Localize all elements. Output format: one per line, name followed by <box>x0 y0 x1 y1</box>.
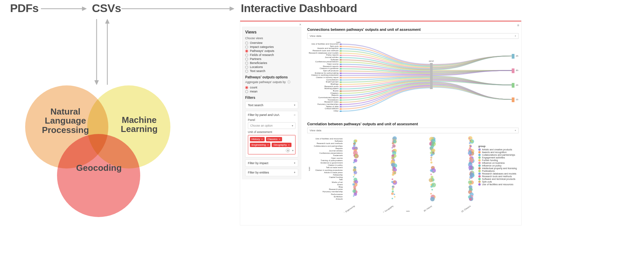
panel-select[interactable]: Choose an option ▾ <box>248 122 296 129</box>
svg-rect-48 <box>340 88 342 89</box>
svg-point-171 <box>354 155 355 156</box>
svg-point-254 <box>469 183 471 185</box>
svg-rect-22 <box>340 59 342 61</box>
svg-text:Honorary memberships: Honorary memberships <box>317 103 338 105</box>
aggregate-option[interactable]: count <box>245 86 298 89</box>
view-option[interactable]: Beneficiaries <box>245 61 298 65</box>
view-option[interactable]: Pathways' outputs <box>245 49 298 53</box>
filter-text-search[interactable]: Text search+ <box>245 101 298 109</box>
svg-point-226 <box>354 174 355 176</box>
svg-point-240 <box>469 179 470 180</box>
svg-rect-56 <box>340 97 342 98</box>
remove-icon[interactable]: × <box>288 143 290 146</box>
plus-icon: + <box>294 104 296 107</box>
svg-rect-54 <box>340 95 342 96</box>
svg-point-259 <box>430 186 432 188</box>
svg-rect-18 <box>340 55 342 56</box>
svg-text:24: Geography: 24: Geography <box>382 205 394 212</box>
uoa-tag[interactable]: Geography × <box>272 143 291 147</box>
minus-icon[interactable]: − <box>294 113 296 117</box>
svg-point-119 <box>469 138 471 139</box>
svg-point-276 <box>430 193 432 195</box>
svg-text:Reports: Reports <box>331 94 338 96</box>
scatter-legend: group Artistic and creative productsAwar… <box>478 145 519 186</box>
arrow-csv-down <box>93 18 100 85</box>
svg-point-175 <box>430 154 433 156</box>
svg-rect-70 <box>430 63 433 89</box>
legend-item: Spin-outs <box>478 181 519 183</box>
svg-text:Event: Event <box>337 184 343 186</box>
remove-icon[interactable]: × <box>279 138 280 141</box>
svg-point-246 <box>391 181 393 183</box>
svg-text:Use of facilities and resource: Use of facilities and resources <box>311 43 338 45</box>
svg-text:panel: panel <box>429 60 434 62</box>
svg-text:Books: Books <box>333 90 339 92</box>
options-title: Pathways' outputs options <box>245 75 298 79</box>
svg-rect-36 <box>340 75 342 76</box>
svg-point-235 <box>471 177 473 178</box>
view-option[interactable]: Text search <box>245 69 298 73</box>
svg-text:Honorary membership: Honorary membership <box>323 191 343 193</box>
svg-text:Evidence for policymaking: Evidence for policymaking <box>315 72 339 74</box>
remove-icon[interactable]: × <box>267 143 269 146</box>
svg-text:Critical editions: Critical editions <box>325 108 338 110</box>
filter-panel-uoa: Filter by panel and UoA − Panel Choose a… <box>245 111 298 157</box>
svg-rect-66 <box>340 108 342 110</box>
svg-point-258 <box>392 186 394 188</box>
uoa-tag[interactable]: Classics × <box>266 137 282 141</box>
view-option[interactable]: Overview <box>245 41 298 45</box>
svg-text:Research tools and methods: Research tools and methods <box>317 142 342 144</box>
view-data-dropdown[interactable]: View data+ <box>307 33 519 39</box>
svg-rect-40 <box>340 79 342 81</box>
venn-label-ml: Machine Learning <box>114 116 164 134</box>
heading-pdfs: PDFs <box>10 2 39 15</box>
filter-panel-uoa-label: Filter by panel and UoA <box>248 113 279 117</box>
aggregate-option[interactable]: mean <box>245 90 298 93</box>
svg-point-178 <box>391 156 394 159</box>
svg-rect-38 <box>340 77 342 78</box>
legend-item: Influence on business <box>478 162 519 164</box>
svg-text:Research posts: Research posts <box>324 85 338 87</box>
uoa-tag[interactable]: History × <box>250 137 265 141</box>
svg-point-269 <box>392 190 394 192</box>
svg-point-200 <box>391 163 395 167</box>
svg-rect-50 <box>340 90 342 92</box>
svg-point-239 <box>429 178 433 182</box>
svg-point-183 <box>354 159 356 161</box>
svg-point-286 <box>430 197 435 201</box>
uoa-tag[interactable]: Engineering × <box>250 143 270 147</box>
svg-point-232 <box>353 176 354 178</box>
svg-rect-14 <box>340 50 342 52</box>
info-icon[interactable]: ⓘ <box>287 80 290 84</box>
legend-item: Engagement activities <box>478 156 519 159</box>
svg-rect-58 <box>340 99 342 101</box>
svg-text:Research reports: Research reports <box>323 65 339 67</box>
clear-icon[interactable]: ⊗ <box>286 148 290 152</box>
svg-rect-26 <box>340 64 342 65</box>
legend-item: Artistic and creative products <box>478 148 519 151</box>
dashboard-screenshot: × ≡ Views Choose views OverviewImpact ca… <box>240 21 521 225</box>
aggregate-label: Aggregate pathways' outputs by ⓘ <box>245 80 298 84</box>
svg-rect-34 <box>340 73 342 74</box>
view-option[interactable]: Impact categories <box>245 45 298 49</box>
venn-circle-geo <box>57 134 140 217</box>
svg-point-273 <box>355 193 356 195</box>
svg-point-147 <box>391 147 393 148</box>
svg-point-253 <box>432 184 434 186</box>
svg-point-228 <box>430 174 432 175</box>
filter-impact[interactable]: Filter by impact+ <box>245 159 298 167</box>
svg-text:Exhibition: Exhibition <box>334 196 342 198</box>
svg-text:Performance: Performance <box>331 193 343 195</box>
remove-icon[interactable]: × <box>261 138 263 141</box>
svg-rect-32 <box>340 70 342 72</box>
legend-item: Publications <box>478 170 519 172</box>
svg-text:Capital funding: Capital funding <box>329 176 343 178</box>
filter-entities[interactable]: Filter by entities+ <box>245 169 298 176</box>
svg-text:topic: topic <box>308 167 310 171</box>
view-option[interactable]: Locations <box>245 65 298 69</box>
close-icon[interactable]: × <box>299 23 301 26</box>
view-option[interactable]: Fields of research <box>245 53 298 57</box>
uoa-tags-box[interactable]: History ×Classics ×Engineering ×Geograph… <box>248 135 296 154</box>
view-data-dropdown-2[interactable]: View data+ <box>307 128 519 133</box>
view-option[interactable]: Partners <box>245 57 298 61</box>
